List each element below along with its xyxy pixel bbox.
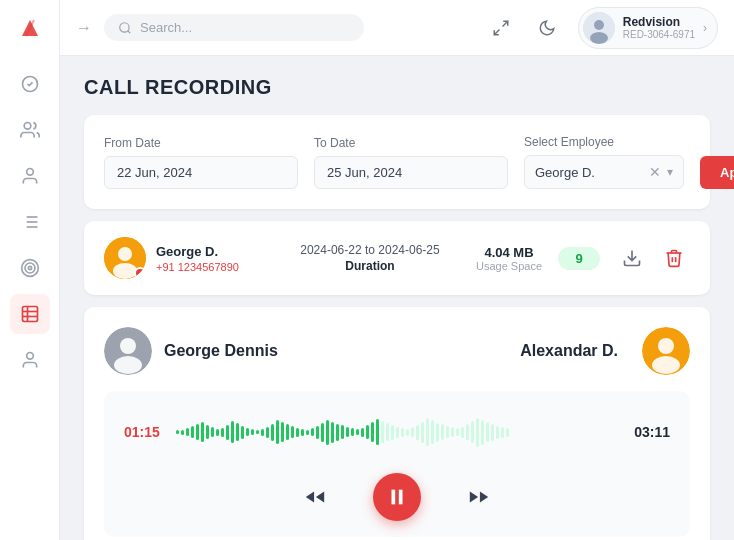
player-controls bbox=[124, 473, 670, 521]
waveform-bar bbox=[181, 430, 184, 435]
download-icon bbox=[622, 248, 642, 268]
waveform-bar bbox=[431, 420, 434, 444]
waveform-bar bbox=[391, 425, 394, 440]
moon-icon bbox=[538, 19, 556, 37]
waveform-bar bbox=[271, 424, 274, 441]
waveform-bar bbox=[481, 420, 484, 445]
callee-participant: Alexandar D. bbox=[520, 327, 690, 375]
svg-rect-34 bbox=[399, 490, 403, 505]
search-box[interactable]: Search... bbox=[104, 14, 364, 41]
main-content: → Search... Redvision bbox=[60, 0, 734, 540]
fast-forward-button[interactable] bbox=[461, 479, 497, 515]
waveform-bar bbox=[456, 428, 459, 436]
search-placeholder: Search... bbox=[140, 20, 192, 35]
sidebar-item-users[interactable] bbox=[10, 110, 50, 150]
waveform-bar bbox=[446, 426, 449, 438]
caller-avatar bbox=[104, 327, 152, 375]
waveform-bar bbox=[296, 428, 299, 437]
waveform-bar bbox=[416, 425, 419, 440]
sidebar-item-list[interactable] bbox=[10, 202, 50, 242]
waveform-bar bbox=[376, 419, 379, 445]
topbar: → Search... Redvision bbox=[60, 0, 734, 56]
waveform-bar bbox=[191, 426, 194, 438]
waveform-bar bbox=[216, 429, 219, 436]
action-icons bbox=[616, 242, 690, 274]
waveform-bar bbox=[496, 426, 499, 439]
svg-point-32 bbox=[652, 356, 680, 374]
search-icon bbox=[118, 21, 132, 35]
from-date-input[interactable] bbox=[104, 156, 298, 189]
employee-avatar bbox=[104, 237, 146, 279]
rewind-icon bbox=[304, 486, 326, 508]
waveform-bar bbox=[361, 428, 364, 437]
waveform-bar bbox=[301, 429, 304, 436]
topbar-right: Redvision RED-3064-6971 › bbox=[486, 7, 718, 49]
employee-name: George D. bbox=[156, 244, 239, 259]
sidebar-item-dashboard[interactable] bbox=[10, 64, 50, 104]
waveform-bar bbox=[371, 422, 374, 442]
svg-point-1 bbox=[24, 123, 31, 130]
delete-button[interactable] bbox=[658, 242, 690, 274]
caller-avatar-image bbox=[104, 327, 152, 375]
waveform-bar bbox=[476, 418, 479, 447]
dropdown-arrow-icon[interactable]: ▾ bbox=[667, 165, 673, 179]
clear-employee-icon[interactable]: ✕ bbox=[649, 164, 661, 180]
waveform-bar bbox=[246, 428, 249, 436]
user-badge[interactable]: Redvision RED-3064-6971 › bbox=[578, 7, 718, 49]
sidebar-item-profile[interactable] bbox=[10, 340, 50, 380]
download-button[interactable] bbox=[616, 242, 648, 274]
employee-info: George D. +91 1234567890 bbox=[104, 237, 264, 279]
waveform-bar bbox=[231, 421, 234, 443]
avatar bbox=[583, 12, 615, 44]
waveform-bar bbox=[291, 426, 294, 438]
player-card: George Dennis Alexandar D. 01 bbox=[84, 307, 710, 540]
waveform-bar bbox=[336, 424, 339, 441]
to-date-label: To Date bbox=[314, 136, 508, 150]
fullscreen-button[interactable] bbox=[486, 13, 516, 43]
waveform-bar bbox=[451, 427, 454, 437]
to-date-group: To Date bbox=[314, 136, 508, 189]
waveform-bar bbox=[396, 427, 399, 438]
waveform-bar bbox=[261, 429, 264, 436]
waveform-bar bbox=[276, 420, 279, 444]
waveform-bar bbox=[316, 426, 319, 439]
waveform-bar bbox=[491, 424, 494, 441]
svg-point-17 bbox=[120, 22, 129, 31]
svg-point-9 bbox=[21, 260, 38, 277]
waveform-bar bbox=[281, 422, 284, 442]
svg-point-29 bbox=[114, 356, 142, 374]
waveform-bar bbox=[501, 427, 504, 438]
sidebar-item-target[interactable] bbox=[10, 248, 50, 288]
waveform[interactable] bbox=[176, 407, 618, 457]
svg-point-2 bbox=[26, 169, 33, 176]
employee-phone: +91 1234567890 bbox=[156, 261, 239, 273]
waveform-bar bbox=[201, 422, 204, 442]
call-count-badge: 9 bbox=[558, 247, 600, 270]
result-card: George D. +91 1234567890 2024-06-22 to 2… bbox=[84, 221, 710, 295]
pause-button[interactable] bbox=[373, 473, 421, 521]
waveform-bar bbox=[251, 429, 254, 435]
apply-button[interactable]: Apply bbox=[700, 156, 734, 189]
duration-label: Duration bbox=[280, 259, 460, 273]
caller-name: George Dennis bbox=[164, 342, 278, 360]
waveform-bar bbox=[356, 429, 359, 435]
employee-select[interactable]: George D. ✕ ▾ bbox=[524, 155, 684, 189]
back-arrow[interactable]: → bbox=[76, 19, 92, 37]
to-date-input[interactable] bbox=[314, 156, 508, 189]
sidebar-item-person[interactable] bbox=[10, 156, 50, 196]
fullscreen-icon bbox=[492, 19, 510, 37]
callee-avatar bbox=[642, 327, 690, 375]
from-date-label: From Date bbox=[104, 136, 298, 150]
waveform-container: 01:15 03:11 bbox=[104, 391, 690, 537]
waveform-bar bbox=[226, 425, 229, 440]
rewind-button[interactable] bbox=[297, 479, 333, 515]
svg-point-10 bbox=[25, 263, 35, 273]
sidebar-item-recording[interactable] bbox=[10, 294, 50, 334]
waveform-bar bbox=[411, 427, 414, 437]
waveform-bar bbox=[186, 428, 189, 436]
waveform-bar bbox=[341, 425, 344, 439]
svg-point-31 bbox=[658, 338, 674, 354]
app-logo[interactable] bbox=[14, 12, 46, 44]
dark-mode-button[interactable] bbox=[532, 13, 562, 43]
waveform-bar bbox=[286, 424, 289, 440]
